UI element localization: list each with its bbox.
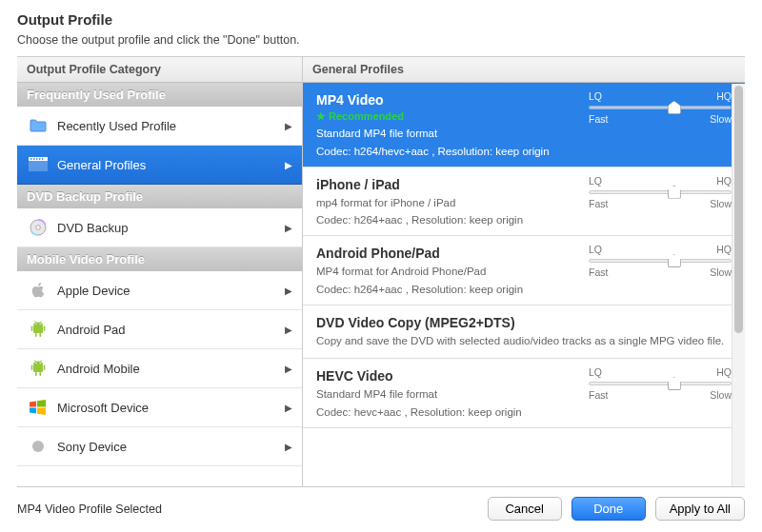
- svg-rect-4: [36, 158, 37, 160]
- slider-label-fast: Fast: [589, 266, 608, 278]
- svg-point-19: [35, 363, 36, 364]
- quality-slider[interactable]: LQHQFastSlow: [589, 366, 732, 401]
- slider-label-hq: HQ: [716, 90, 732, 102]
- slider-track[interactable]: [589, 259, 732, 263]
- svg-rect-12: [31, 326, 33, 332]
- slider-track[interactable]: [589, 190, 732, 194]
- chevron-right-icon: ▶: [285, 403, 292, 413]
- profile-codec: Codec: h264/hevc+aac , Resolution: keep …: [316, 146, 732, 157]
- category-item-label: Microsoft Device: [57, 401, 149, 415]
- slider-thumb[interactable]: [668, 254, 681, 267]
- svg-rect-21: [31, 365, 33, 371]
- slider-label-fast: Fast: [589, 389, 608, 401]
- apple-icon: [27, 281, 50, 300]
- quality-slider[interactable]: LQHQFastSlow: [589, 244, 732, 278]
- slider-label-lq: LQ: [589, 175, 602, 187]
- category-item[interactable]: General Profiles▶: [17, 146, 302, 185]
- slider-label-slow: Slow: [710, 266, 732, 278]
- page-title: Output Profile: [17, 11, 745, 28]
- category-item-label: Apple Device: [57, 284, 130, 298]
- category-item[interactable]: Android Mobile▶: [17, 349, 302, 388]
- svg-point-27: [32, 441, 44, 452]
- category-item-label: Android Pad: [57, 323, 126, 337]
- chevron-right-icon: ▶: [285, 286, 292, 296]
- apply-to-all-button[interactable]: Apply to All: [655, 497, 745, 521]
- slider-track[interactable]: [589, 106, 732, 109]
- status-text: MP4 Video Profile Selected: [17, 502, 478, 516]
- svg-rect-2: [30, 158, 31, 160]
- category-group-header: Frequently Used Profile: [17, 83, 302, 107]
- profile-codec: Codec: h264+aac , Resolution: keep origi…: [316, 214, 732, 226]
- done-button[interactable]: Done: [572, 497, 646, 521]
- slider-label-lq: LQ: [589, 90, 602, 102]
- slider-label-fast: Fast: [589, 198, 608, 209]
- svg-line-26: [41, 360, 42, 362]
- android-icon: [27, 359, 50, 378]
- slider-thumb[interactable]: [668, 101, 681, 114]
- category-item[interactable]: Recently Used Profile▶: [17, 107, 302, 146]
- film-icon: [27, 155, 50, 174]
- svg-rect-24: [39, 372, 41, 376]
- sidebar-column-header: Output Profile Category: [17, 57, 302, 83]
- svg-rect-22: [44, 365, 46, 371]
- profile-codec: Codec: hevc+aac , Resolution: keep origi…: [316, 406, 732, 418]
- svg-rect-15: [39, 333, 41, 337]
- folder-icon: [27, 116, 50, 135]
- slider-label-hq: HQ: [716, 244, 732, 255]
- quality-slider[interactable]: LQHQFastSlow: [589, 175, 732, 209]
- category-item[interactable]: DVD Backup▶: [17, 208, 302, 247]
- cancel-button[interactable]: Cancel: [488, 497, 562, 521]
- slider-label-lq: LQ: [589, 366, 602, 378]
- profile-codec: Codec: h264+aac , Resolution: keep origi…: [316, 284, 732, 295]
- slider-track[interactable]: [589, 382, 732, 385]
- category-item[interactable]: Android Pad▶: [17, 310, 302, 349]
- svg-rect-3: [33, 158, 34, 160]
- category-item-label: General Profiles: [57, 158, 146, 172]
- category-group-header: DVD Backup Profile: [17, 185, 302, 208]
- slider-thumb[interactable]: [668, 377, 681, 390]
- svg-rect-13: [44, 326, 46, 332]
- sony-icon: [27, 437, 50, 456]
- profile-description: Copy and save the DVD with selected audi…: [316, 334, 732, 349]
- svg-point-8: [36, 226, 41, 230]
- chevron-right-icon: ▶: [285, 121, 292, 131]
- scroll-thumb[interactable]: [734, 86, 743, 333]
- svg-point-20: [40, 363, 41, 364]
- svg-rect-23: [35, 372, 37, 376]
- chevron-right-icon: ▶: [285, 325, 292, 335]
- category-item[interactable]: Microsoft Device▶: [17, 388, 302, 427]
- svg-rect-14: [35, 333, 37, 337]
- svg-rect-6: [42, 158, 43, 160]
- chevron-right-icon: ▶: [285, 442, 292, 452]
- disc-icon: [27, 218, 50, 237]
- profiles-column-header: General Profiles: [303, 57, 745, 83]
- category-item-label: Sony Device: [57, 440, 127, 454]
- profile-title: DVD Video Copy (MPEG2+DTS): [316, 315, 732, 330]
- category-group-header: Mobile Video Profile: [17, 247, 302, 271]
- profile-item[interactable]: iPhone / iPadmp4 format for iPhone / iPa…: [303, 167, 745, 237]
- category-item-label: Android Mobile: [57, 362, 140, 376]
- slider-thumb[interactable]: [668, 186, 681, 199]
- category-item-label: DVD Backup: [57, 221, 128, 235]
- svg-line-25: [35, 360, 36, 362]
- slider-label-fast: Fast: [589, 113, 608, 125]
- slider-label-slow: Slow: [710, 198, 732, 209]
- profile-item[interactable]: Android Phone/PadMP4 format for Android …: [303, 236, 745, 305]
- category-item[interactable]: Apple Device▶: [17, 271, 302, 310]
- chevron-right-icon: ▶: [285, 223, 292, 233]
- chevron-right-icon: ▶: [285, 364, 292, 374]
- quality-slider[interactable]: LQHQFastSlow: [589, 90, 732, 125]
- profile-item[interactable]: MP4 Video★ RecommendedStandard MP4 file …: [303, 83, 745, 167]
- chevron-right-icon: ▶: [285, 160, 292, 170]
- profile-item[interactable]: DVD Video Copy (MPEG2+DTS)Copy and save …: [303, 305, 745, 360]
- svg-rect-18: [33, 365, 43, 372]
- slider-label-hq: HQ: [716, 175, 732, 187]
- category-item[interactable]: Sony Device▶: [17, 427, 302, 466]
- profile-item[interactable]: HEVC VideoStandard MP4 file formatCodec:…: [303, 359, 745, 428]
- svg-point-10: [35, 324, 36, 325]
- scrollbar[interactable]: [732, 84, 745, 486]
- svg-rect-9: [33, 325, 43, 333]
- svg-point-11: [40, 324, 41, 325]
- slider-label-slow: Slow: [710, 389, 732, 401]
- page-subtitle: Choose the output profile and click the …: [17, 33, 745, 47]
